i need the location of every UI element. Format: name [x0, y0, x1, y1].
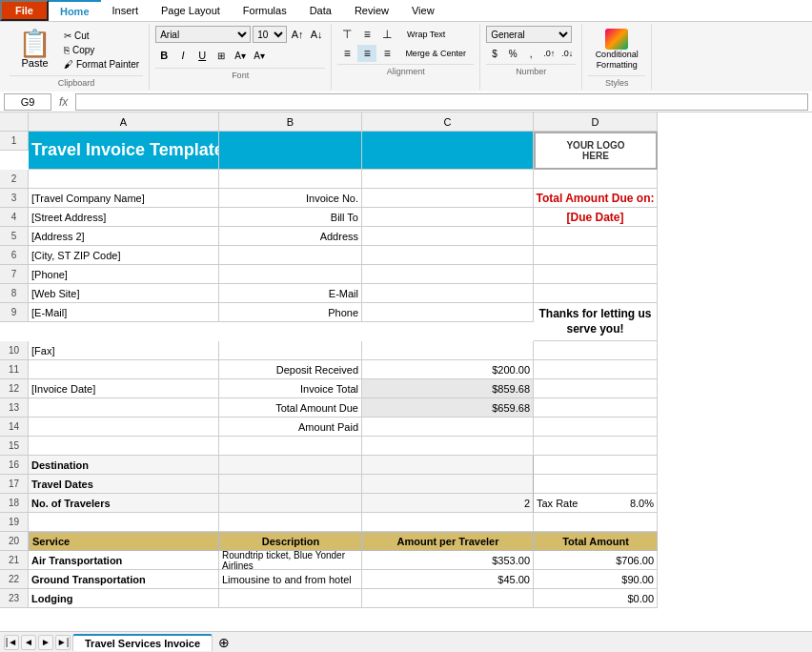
cell-9b[interactable]: Phone [219, 303, 362, 322]
cell-23c[interactable] [362, 589, 534, 608]
cell-12b[interactable]: Invoice Total [219, 379, 362, 398]
cell-8b[interactable]: E-Mail [219, 284, 362, 303]
cell-10d[interactable] [534, 341, 658, 360]
cell-11c[interactable]: $200.00 [362, 360, 534, 379]
align-middle-btn[interactable]: ≡ [357, 26, 376, 43]
cell-10a[interactable]: [Fax] [29, 341, 219, 360]
cell-9c[interactable] [362, 303, 534, 322]
thanks-cell[interactable]: Thanks for letting usserve you! [534, 303, 658, 341]
underline-button[interactable]: U [193, 47, 211, 64]
cell-20b[interactable]: Description [219, 532, 362, 551]
font-name-select[interactable]: Arial [155, 26, 251, 43]
fill-color-button[interactable]: A▾ [232, 47, 249, 64]
cell-18a[interactable]: No. of Travelers [29, 494, 219, 513]
font-color-button[interactable]: A▾ [251, 47, 268, 64]
cell-12a[interactable]: [Invoice Date] [29, 379, 219, 398]
due-date-cell[interactable]: [Due Date] [534, 208, 658, 227]
sheet-nav-first[interactable]: |◄ [4, 635, 19, 650]
cell-6d[interactable] [534, 246, 658, 265]
sheet-nav-next[interactable]: ► [38, 635, 53, 650]
col-header-a[interactable]: A [29, 112, 219, 132]
cell-18b[interactable] [219, 494, 362, 513]
cell-5b[interactable]: Address [219, 227, 362, 246]
cell-3a[interactable]: [Travel Company Name] [29, 189, 219, 208]
cell-17d[interactable] [534, 475, 658, 494]
cell-17a[interactable]: Travel Dates [29, 475, 219, 494]
wrap-text-btn[interactable]: Wrap Text [397, 26, 455, 43]
number-format-select[interactable]: General [486, 26, 572, 43]
align-center-btn[interactable]: ≡ [357, 45, 376, 62]
cell-17b[interactable] [219, 475, 362, 494]
cell-14b[interactable]: Amount Paid [219, 418, 362, 437]
copy-button[interactable]: ⎘ Copy [60, 43, 143, 57]
cell-21a[interactable]: Air Transportation [29, 551, 219, 570]
cell-7c[interactable] [362, 265, 534, 284]
sheet-nav-last[interactable]: ►| [55, 635, 71, 650]
cell-16d[interactable] [534, 456, 658, 475]
cell-13d[interactable] [534, 398, 658, 418]
sheet-tab-travel[interactable]: Travel Services Invoice [72, 634, 213, 651]
tab-insert[interactable]: Insert [101, 0, 151, 21]
cell-16a[interactable]: Destination [29, 456, 219, 475]
cell-19b[interactable] [219, 513, 362, 532]
cell-12c[interactable]: $859.68 [362, 379, 534, 398]
conditional-formatting-button[interactable]: ConditionalFormatting [588, 26, 645, 73]
cell-3c[interactable] [362, 189, 534, 208]
file-tab[interactable]: File [0, 0, 49, 21]
cell-reference-input[interactable]: G9 [4, 93, 51, 111]
tab-page-layout[interactable]: Page Layout [150, 0, 232, 21]
cell-13b[interactable]: Total Amount Due [219, 398, 362, 418]
bold-button[interactable]: B [155, 47, 173, 64]
formula-input[interactable] [75, 93, 808, 111]
cell-2c[interactable] [362, 170, 534, 189]
cell-15c[interactable] [362, 437, 534, 456]
cell-9a[interactable]: [E-Mail] [29, 303, 219, 322]
cell-22d[interactable]: $90.00 [534, 570, 658, 589]
cell-7a[interactable]: [Phone] [29, 265, 219, 284]
cell-5a[interactable]: [Address 2] [29, 227, 219, 246]
cell-8d[interactable] [534, 284, 658, 303]
align-bottom-btn[interactable]: ⊥ [377, 26, 396, 43]
align-top-btn[interactable]: ⊤ [337, 26, 356, 43]
cell-23b[interactable] [219, 589, 362, 608]
cell-2d[interactable] [534, 170, 658, 189]
cell-20a[interactable]: Service [29, 532, 219, 551]
cell-5c[interactable] [362, 227, 534, 246]
cell-20c[interactable]: Amount per Traveler [362, 532, 534, 551]
cell-14d[interactable] [534, 418, 658, 437]
cell-18d[interactable]: Tax Rate8.0% [534, 494, 658, 513]
cell-8a[interactable]: [Web Site] [29, 284, 219, 303]
cell-15d[interactable] [534, 437, 658, 456]
cell-10b[interactable] [219, 341, 362, 360]
cell-2a[interactable] [29, 170, 219, 189]
align-right-btn[interactable]: ≡ [377, 45, 396, 62]
cell-22b[interactable]: Limousine to and from hotel [219, 570, 362, 589]
tab-home[interactable]: Home [49, 0, 101, 21]
cell-14a[interactable] [29, 418, 219, 437]
col-header-d[interactable]: D [534, 112, 658, 132]
font-size-select[interactable]: 10 [253, 26, 287, 43]
decrease-decimal-btn[interactable]: .0↓ [558, 45, 576, 62]
comma-btn[interactable]: , [522, 45, 539, 62]
cell-7b[interactable] [219, 265, 362, 284]
logo-cell[interactable]: YOUR LOGOHERE [534, 132, 658, 170]
cell-12d[interactable] [534, 379, 658, 398]
cell-19d[interactable] [534, 513, 658, 532]
tab-review[interactable]: Review [343, 0, 400, 21]
cell-3b[interactable]: Invoice No. [219, 189, 362, 208]
cell-13a[interactable] [29, 398, 219, 418]
cell-1b[interactable] [219, 132, 362, 170]
cell-6a[interactable]: [City, ST ZIP Code] [29, 246, 219, 265]
cell-23a[interactable]: Lodging [29, 589, 219, 608]
cell-6b[interactable] [219, 246, 362, 265]
sheet-nav-prev[interactable]: ◄ [21, 635, 36, 650]
title-cell[interactable]: Travel Invoice Template [29, 132, 219, 170]
border-button[interactable]: ⊞ [213, 47, 230, 64]
italic-button[interactable]: I [174, 47, 192, 64]
cut-button[interactable]: ✂ Cut [60, 29, 143, 43]
col-header-c[interactable]: C [362, 112, 534, 132]
cell-4c[interactable] [362, 208, 534, 227]
cell-19c[interactable] [362, 513, 534, 532]
cell-8c[interactable] [362, 284, 534, 303]
cell-22c[interactable]: $45.00 [362, 570, 534, 589]
